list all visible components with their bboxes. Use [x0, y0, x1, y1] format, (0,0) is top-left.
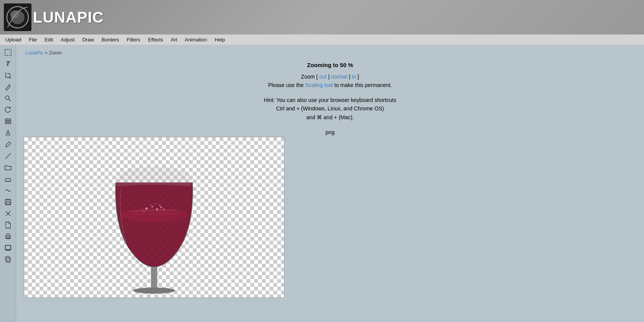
- svg-rect-30: [7, 258, 10, 262]
- content: LunaPic > Zoom Zooming to 50 % Zoom [ ou…: [16, 45, 644, 322]
- close-tool[interactable]: [3, 209, 13, 219]
- breadcrumb-separator: >: [45, 50, 49, 56]
- menu-filters[interactable]: Filters: [123, 35, 144, 44]
- hint-line2: Ctrl and + (Windows, Linux, and Chrome O…: [24, 104, 636, 113]
- hint-line3: and ⌘ and + (Mac).: [24, 113, 636, 122]
- zoom-out-link[interactable]: out: [319, 74, 327, 80]
- menu-edit[interactable]: Edit: [41, 35, 57, 44]
- svg-rect-20: [7, 199, 10, 201]
- main-layout: T: [0, 45, 644, 322]
- sidebar: T: [0, 45, 16, 322]
- line-tool[interactable]: [3, 151, 13, 161]
- svg-rect-25: [7, 234, 10, 236]
- zoom-links: Zoom [ out | normal | in ]: [24, 74, 636, 80]
- svg-point-9: [5, 96, 9, 100]
- svg-line-10: [9, 99, 11, 101]
- svg-point-36: [151, 206, 153, 207]
- menu-borders[interactable]: Borders: [98, 35, 123, 44]
- pencil-tool[interactable]: [3, 82, 13, 92]
- menu-draw[interactable]: Draw: [79, 35, 98, 44]
- folder-tool[interactable]: [3, 163, 13, 172]
- hint-box: Hint: You can also use your browser keyb…: [24, 96, 636, 122]
- svg-point-41: [159, 205, 161, 206]
- blur-tool[interactable]: [3, 186, 13, 196]
- marquee-tool[interactable]: [3, 48, 13, 58]
- zoom-in-link[interactable]: in: [352, 74, 356, 80]
- svg-rect-17: [5, 179, 11, 181]
- svg-point-33: [133, 288, 175, 294]
- svg-line-16: [5, 153, 11, 159]
- zoom-info: Zooming to 50 % Zoom [ out | normal | in…: [24, 62, 636, 298]
- layers-tool[interactable]: [3, 117, 13, 127]
- svg-rect-27: [5, 245, 11, 250]
- logo-icon: [4, 3, 31, 31]
- scaling-line: Please use the Scaling tool to make this…: [24, 82, 636, 88]
- svg-rect-28: [5, 245, 11, 250]
- svg-rect-13: [5, 121, 11, 122]
- menu-art[interactable]: Art: [167, 35, 181, 44]
- svg-line-15: [5, 146, 6, 147]
- wine-glass-image: [93, 152, 215, 297]
- breadcrumb-current: Zoom: [49, 50, 62, 56]
- svg-point-34: [120, 208, 189, 222]
- hint-line1: Hint: You can also use your browser keyb…: [24, 96, 636, 104]
- zoom-tool[interactable]: [3, 94, 13, 104]
- print-tool[interactable]: [3, 232, 13, 242]
- menu-animation[interactable]: Animation: [181, 35, 211, 44]
- new-document-tool[interactable]: [3, 220, 13, 230]
- logo-area: LUNAPIC: [4, 3, 104, 31]
- zoom-normal-link[interactable]: normal: [331, 74, 348, 80]
- svg-rect-31: [5, 256, 9, 261]
- logo-text: LUNAPIC: [33, 9, 104, 26]
- scaling-tool-link[interactable]: Scaling tool: [305, 82, 333, 88]
- svg-point-38: [160, 207, 162, 208]
- crop-tool[interactable]: [3, 71, 13, 80]
- menu-adjust[interactable]: Adjust: [57, 35, 79, 44]
- menu-help[interactable]: Help: [211, 35, 229, 44]
- menubar: Upload File Edit Adjust Draw Borders Fil…: [0, 34, 644, 45]
- svg-rect-21: [6, 202, 10, 204]
- zoom-label: Zoom [: [301, 74, 318, 80]
- svg-point-35: [145, 207, 148, 210]
- copy-tool[interactable]: [3, 255, 13, 264]
- menu-upload[interactable]: Upload: [2, 35, 25, 44]
- svg-rect-32: [151, 267, 157, 290]
- text-tool[interactable]: T: [3, 59, 13, 69]
- menu-file[interactable]: File: [25, 35, 41, 44]
- svg-point-42: [163, 209, 164, 210]
- eraser-tool[interactable]: [3, 174, 13, 184]
- svg-point-37: [156, 209, 158, 210]
- breadcrumb: LunaPic > Zoom: [24, 49, 636, 58]
- svg-rect-4: [5, 49, 11, 56]
- svg-rect-12: [5, 119, 11, 120]
- svg-point-40: [155, 204, 156, 205]
- image-canvas: [24, 137, 284, 298]
- svg-rect-14: [5, 123, 11, 124]
- zoom-title: Zooming to 50 %: [24, 62, 636, 68]
- eyedropper-tool[interactable]: [3, 140, 13, 150]
- menu-effects[interactable]: Effects: [144, 35, 167, 44]
- fill-tool[interactable]: [3, 128, 13, 138]
- rotate-tool[interactable]: [3, 105, 13, 115]
- header: LUNAPIC: [0, 0, 644, 34]
- breadcrumb-home[interactable]: LunaPic: [25, 50, 43, 56]
- image-format-label: png: [24, 129, 636, 135]
- svg-point-39: [150, 204, 151, 205]
- stamp-tool[interactable]: [3, 243, 13, 253]
- save-tool[interactable]: [3, 197, 13, 207]
- svg-point-3: [10, 10, 19, 18]
